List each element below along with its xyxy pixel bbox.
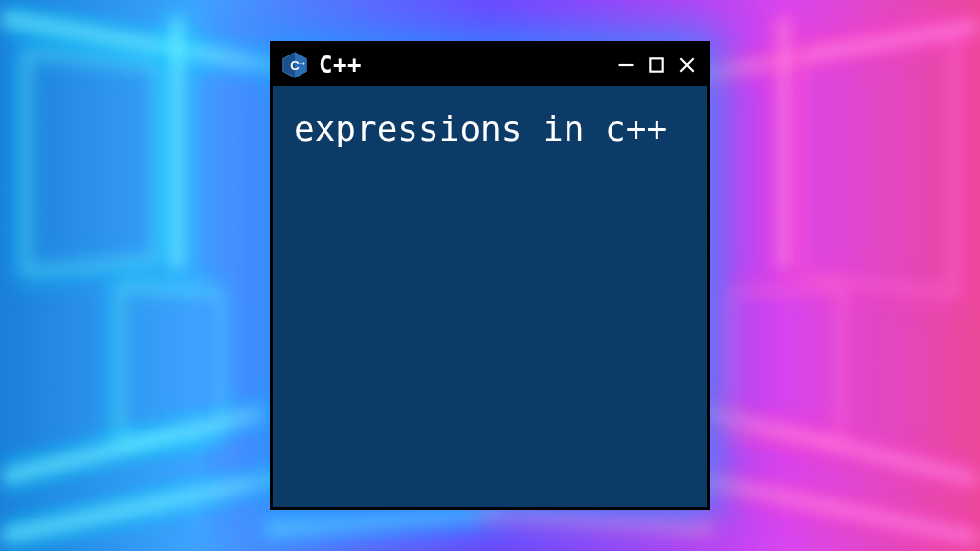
terminal-window: C + + C++ expressions in c++: [270, 41, 710, 510]
close-icon: [678, 55, 697, 75]
window-content: expressions in c++: [273, 86, 707, 507]
svg-text:C: C: [290, 58, 300, 73]
window-title: C++: [319, 52, 362, 78]
minimize-icon: [616, 55, 635, 75]
titlebar-left: C + + C++: [280, 51, 606, 79]
svg-text:+: +: [302, 61, 305, 66]
minimize-button[interactable]: [615, 55, 636, 76]
cpp-logo-icon: C + +: [280, 51, 309, 79]
maximize-icon: [647, 55, 666, 75]
maximize-button[interactable]: [646, 55, 667, 76]
close-button[interactable]: [677, 55, 698, 76]
titlebar[interactable]: C + + C++: [273, 44, 707, 86]
svg-rect-6: [650, 58, 662, 71]
window-controls: [615, 55, 698, 76]
